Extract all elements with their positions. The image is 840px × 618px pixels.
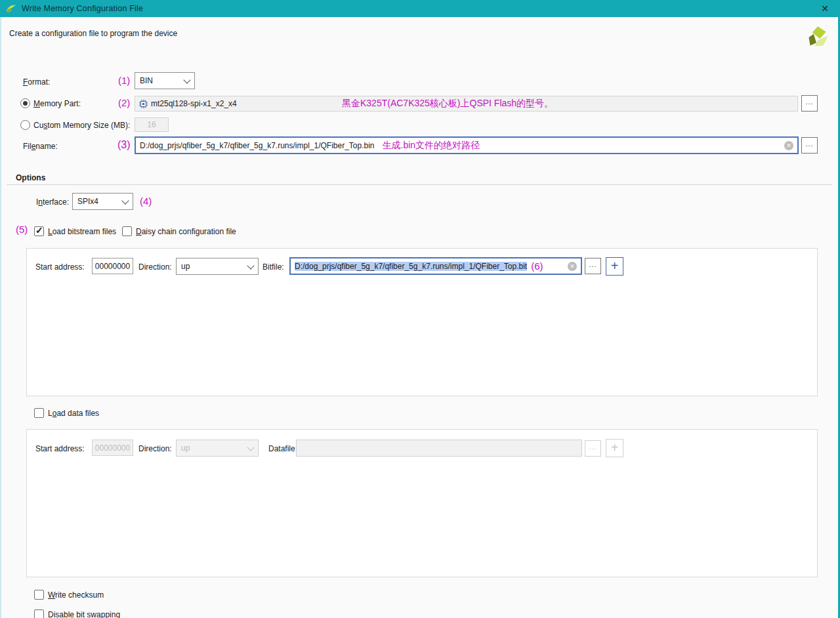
options-section-header: Options bbox=[16, 173, 45, 182]
filename-input[interactable]: D:/dog_prjs/qfiber_5g_k7/qfiber_5g_k7.ru… bbox=[135, 136, 799, 154]
annotation-3: (3) bbox=[117, 139, 131, 151]
direction-label: Direction: bbox=[138, 262, 172, 272]
annotation-1: (1) bbox=[118, 75, 130, 86]
chevron-down-icon bbox=[247, 262, 254, 269]
format-label: Format: bbox=[23, 77, 50, 87]
memory-chip-icon bbox=[139, 100, 148, 108]
annotation-4: (4) bbox=[140, 196, 152, 207]
load-bitstream-checkbox[interactable] bbox=[34, 226, 44, 236]
close-icon[interactable]: ✕ bbox=[815, 0, 835, 17]
chevron-down-icon bbox=[121, 197, 129, 204]
chevron-down-icon bbox=[183, 76, 190, 83]
write-memory-configuration-dialog: Write Memory Configuration File ✕ Create… bbox=[0, 0, 840, 618]
memory-part-browse-button[interactable]: ... bbox=[801, 95, 818, 112]
filename-value: D:/dog_prjs/qfiber_5g_k7/qfiber_5g_k7.ru… bbox=[140, 141, 375, 150]
custom-memory-size-field: 16 bbox=[135, 117, 169, 132]
disable-bit-swapping-checkbox[interactable] bbox=[34, 609, 44, 618]
interface-label: Interface: bbox=[36, 197, 69, 207]
custom-memory-size-radio[interactable] bbox=[20, 120, 30, 130]
clear-filename-icon[interactable]: ✕ bbox=[784, 141, 793, 150]
start-address-label: Start address: bbox=[35, 444, 85, 453]
datafile-label: Datafile: bbox=[268, 444, 297, 453]
bitfile-browse-button[interactable]: ... bbox=[585, 258, 601, 274]
daisy-chain-label[interactable]: Daisy chain configuration file bbox=[136, 227, 236, 236]
memory-part-field[interactable]: mt25ql128-spi-x1_x2_x4 黑金K325T(AC7K325核心… bbox=[135, 96, 798, 112]
filename-label: Filename: bbox=[23, 142, 58, 151]
format-value: BIN bbox=[140, 76, 153, 85]
disable-bit-swapping-label[interactable]: Disable bit swapping bbox=[48, 610, 120, 618]
bitstream-files-panel: Start address: 00000000 Direction: up Bi… bbox=[26, 248, 818, 396]
interface-value: SPIx4 bbox=[77, 197, 98, 206]
memory-part-label[interactable]: Memory Part: bbox=[33, 99, 81, 108]
direction-label: Direction: bbox=[138, 444, 172, 453]
add-datafile-button-disabled: + bbox=[606, 439, 623, 457]
clear-bitfile-icon[interactable]: ✕ bbox=[568, 262, 577, 271]
memory-part-value: mt25ql128-spi-x1_x2_x4 bbox=[151, 99, 237, 108]
load-data-files-label[interactable]: Load data files bbox=[48, 409, 99, 418]
data-files-panel: Start address: 00000000 Direction: up Da… bbox=[26, 429, 818, 577]
datafile-input-disabled bbox=[296, 440, 582, 457]
bitfile-value-selected: D:/dog_prjs/qfiber_5g_k7/qfiber_5g_k7.ru… bbox=[295, 262, 527, 271]
window-left-border bbox=[0, 17, 1, 618]
datafile-browse-button-disabled: ... bbox=[585, 440, 601, 457]
direction-dropdown[interactable]: up bbox=[176, 258, 259, 275]
dialog-subtitle: Create a configuration file to program t… bbox=[9, 29, 177, 38]
start-address-label: Start address: bbox=[35, 262, 85, 272]
memory-part-annotation: 黑金K325T(AC7K325核心板)上QSPI Flash的型号。 bbox=[342, 98, 553, 110]
add-bitfile-button[interactable]: + bbox=[606, 257, 623, 276]
annotation-2: (2) bbox=[118, 97, 130, 108]
daisy-chain-checkbox[interactable] bbox=[122, 226, 132, 236]
bitfile-input[interactable]: D:/dog_prjs/qfiber_5g_k7/qfiber_5g_k7.ru… bbox=[289, 257, 582, 275]
write-checksum-checkbox[interactable] bbox=[34, 590, 44, 600]
window-title: Write Memory Configuration File bbox=[22, 4, 143, 13]
load-data-files-checkbox[interactable] bbox=[34, 408, 44, 418]
start-address-input[interactable]: 00000000 bbox=[92, 258, 133, 274]
interface-dropdown[interactable]: SPIx4 bbox=[72, 193, 133, 210]
annotation-5: (5) bbox=[16, 224, 28, 235]
chevron-down-icon bbox=[247, 443, 254, 451]
start-address-input-disabled: 00000000 bbox=[92, 440, 133, 456]
titlebar[interactable]: Write Memory Configuration File bbox=[0, 0, 840, 17]
bitfile-label: Bitfile: bbox=[262, 262, 284, 272]
write-checksum-label[interactable]: Write checksum bbox=[48, 590, 104, 600]
xilinx-logo bbox=[802, 24, 831, 52]
custom-memory-size-label[interactable]: Custom Memory Size (MB): bbox=[33, 121, 130, 130]
format-dropdown[interactable]: BIN bbox=[135, 72, 195, 89]
vivado-logo-icon bbox=[5, 3, 17, 14]
annotation-6: (6) bbox=[531, 260, 543, 272]
options-divider bbox=[7, 184, 832, 185]
filename-annotation: 生成.bin文件的绝对路径 bbox=[383, 140, 480, 152]
direction-dropdown-disabled: up bbox=[176, 440, 259, 457]
load-bitstream-label[interactable]: Load bitstream files bbox=[48, 227, 116, 236]
memory-part-radio[interactable] bbox=[20, 98, 30, 108]
filename-browse-button[interactable]: ... bbox=[801, 137, 818, 154]
